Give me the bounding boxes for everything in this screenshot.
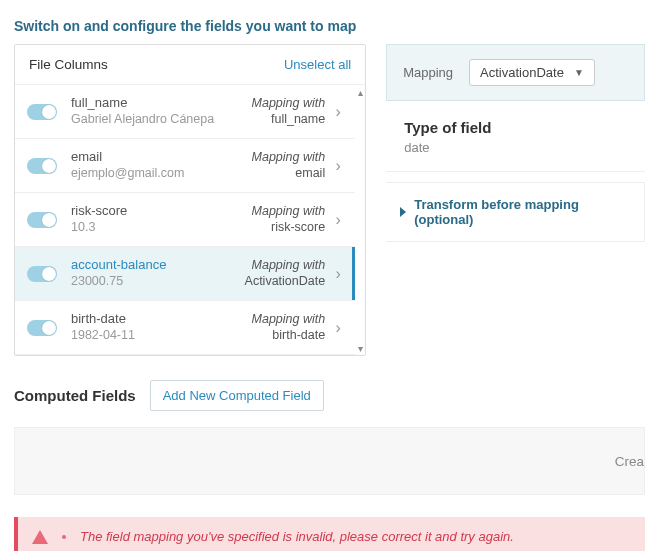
column-name: risk-score	[71, 203, 252, 219]
file-column-row[interactable]: birth-date 1982-04-11 Mapping with birth…	[15, 301, 355, 355]
error-banner: The field mapping you've specified is in…	[14, 517, 645, 551]
add-computed-field-button[interactable]: Add New Computed Field	[150, 380, 324, 411]
column-name: account-balance	[71, 257, 245, 273]
type-of-field-value: date	[404, 140, 627, 155]
chevron-right-icon[interactable]: ›	[331, 157, 345, 175]
column-mapping-summary: Mapping with email	[252, 150, 326, 181]
column-name: birth-date	[71, 311, 252, 327]
mapping-selector-box: Mapping ActivationDate ▼	[386, 44, 645, 101]
mapping-target-select[interactable]: ActivationDate ▼	[469, 59, 595, 86]
chevron-right-icon[interactable]: ›	[331, 265, 345, 283]
column-mapping-summary: Mapping with ActivationDate	[245, 258, 326, 289]
type-of-field-heading: Type of field	[404, 119, 627, 136]
computed-empty-hint: Crea	[615, 454, 644, 469]
toggle-switch[interactable]	[27, 266, 57, 282]
mapping-config-row: File Columns Unselect all full_name Gabr…	[0, 44, 659, 356]
computed-fields-empty: Crea	[14, 427, 645, 495]
column-sample: ejemplo@gmail.com	[71, 165, 252, 183]
toggle-switch[interactable]	[27, 320, 57, 336]
file-columns-header: File Columns Unselect all	[15, 45, 365, 85]
file-column-row[interactable]: email ejemplo@gmail.com Mapping with ema…	[15, 139, 355, 193]
toggle-switch[interactable]	[27, 212, 57, 228]
bullet-icon	[62, 535, 66, 539]
transform-toggle[interactable]: Transform before mapping (optional)	[386, 182, 645, 242]
caret-down-icon: ▼	[574, 67, 584, 78]
file-columns-title: File Columns	[29, 57, 108, 72]
file-columns-scroll[interactable]: full_name Gabriel Alejandro Cánepa Mappi…	[15, 85, 365, 355]
column-name: email	[71, 149, 252, 165]
unselect-all-link[interactable]: Unselect all	[284, 57, 351, 72]
scroll-up-icon[interactable]	[355, 85, 365, 99]
column-sample: 10.3	[71, 219, 252, 237]
toggle-switch[interactable]	[27, 158, 57, 174]
file-column-row[interactable]: account-balance 23000.75 Mapping with Ac…	[15, 247, 355, 301]
computed-fields-title: Computed Fields	[14, 387, 136, 404]
column-sample: 1982-04-11	[71, 327, 252, 345]
chevron-right-icon[interactable]: ›	[331, 103, 345, 121]
column-mapping-summary: Mapping with birth-date	[252, 312, 326, 343]
mapping-target-value: ActivationDate	[480, 65, 564, 80]
file-columns-panel: File Columns Unselect all full_name Gabr…	[14, 44, 366, 356]
type-of-field-box: Type of field date	[386, 101, 645, 172]
computed-fields-header: Computed Fields Add New Computed Field	[0, 356, 659, 421]
error-message: The field mapping you've specified is in…	[80, 529, 514, 544]
page-title: Switch on and configure the fields you w…	[0, 0, 659, 44]
warning-icon	[32, 530, 48, 544]
file-column-row[interactable]: risk-score 10.3 Mapping with risk-score …	[15, 193, 355, 247]
chevron-right-icon[interactable]: ›	[331, 319, 345, 337]
mapping-details-panel: Mapping ActivationDate ▼ Type of field d…	[386, 44, 645, 242]
column-sample: 23000.75	[71, 273, 245, 291]
column-mapping-summary: Mapping with risk-score	[252, 204, 326, 235]
triangle-right-icon	[400, 207, 406, 217]
chevron-right-icon[interactable]: ›	[331, 211, 345, 229]
toggle-switch[interactable]	[27, 104, 57, 120]
column-name: full_name	[71, 95, 252, 111]
transform-label: Transform before mapping (optional)	[414, 197, 630, 227]
scroll-down-icon[interactable]	[355, 341, 365, 355]
column-sample: Gabriel Alejandro Cánepa	[71, 111, 252, 129]
column-mapping-summary: Mapping with full_name	[252, 96, 326, 127]
mapping-label: Mapping	[403, 65, 453, 80]
file-column-row[interactable]: full_name Gabriel Alejandro Cánepa Mappi…	[15, 85, 355, 139]
